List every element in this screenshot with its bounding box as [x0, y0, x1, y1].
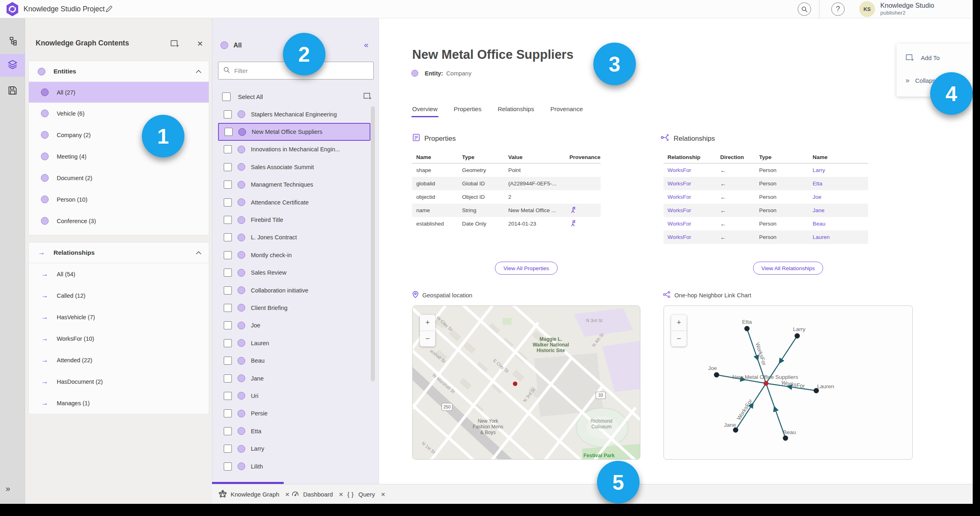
entities-header[interactable]: Entities	[29, 61, 209, 82]
list-item[interactable]: Managment Techniques	[218, 176, 370, 194]
entity-type-row[interactable]: Vehicle (6)	[29, 103, 209, 124]
provenance-flag-icon[interactable]	[569, 206, 601, 215]
tab-properties[interactable]: Properties	[454, 105, 481, 117]
tab-dashboard[interactable]: Dashboard ✕	[291, 484, 343, 504]
node[interactable]	[795, 333, 800, 339]
item-checkbox[interactable]	[224, 286, 232, 295]
relationship-type-row[interactable]: → Attended (22)	[29, 349, 209, 371]
edit-title-icon[interactable]	[105, 5, 113, 14]
close-tab-icon[interactable]: ✕	[381, 491, 385, 498]
link-chart-widget[interactable]: + −	[663, 305, 913, 460]
list-item[interactable]: Attendance Certificate	[218, 194, 370, 211]
expand-rail-icon[interactable]: »	[6, 484, 9, 493]
contents-rail-button[interactable]	[0, 54, 25, 77]
node[interactable]	[745, 326, 750, 331]
zoom-out-button[interactable]: −	[420, 331, 435, 347]
item-checkbox[interactable]	[224, 181, 232, 189]
search-button[interactable]	[798, 2, 811, 16]
list-item[interactable]: Innovations in Mechanical Engin...	[218, 141, 370, 158]
relationship-type-row[interactable]: → All (54)	[29, 263, 209, 285]
item-checkbox[interactable]	[224, 374, 232, 383]
tab-overview[interactable]: Overview	[412, 105, 438, 117]
tab-provenance[interactable]: Provenance	[550, 105, 583, 117]
item-checkbox[interactable]	[224, 445, 232, 453]
close-tab-icon[interactable]: ✕	[285, 491, 290, 498]
list-item[interactable]: Etta	[218, 422, 370, 440]
list-item[interactable]: Joe	[218, 317, 370, 334]
node[interactable]	[733, 428, 738, 433]
item-checkbox[interactable]	[224, 357, 232, 365]
entity-type-row[interactable]: Conference (3)	[29, 210, 209, 232]
list-item[interactable]: Lilith	[218, 458, 370, 475]
select-all-checkbox[interactable]	[222, 92, 231, 101]
list-item[interactable]: Uri	[218, 387, 370, 404]
add-to-menu-item[interactable]: Add To	[905, 53, 939, 63]
relationship-type-row[interactable]: → WorksFor (10)	[29, 328, 209, 349]
add-selection-to-map-icon[interactable]	[363, 91, 372, 102]
zoom-in-button[interactable]: +	[420, 315, 435, 331]
list-item[interactable]: L. Jones Contract	[218, 229, 370, 246]
save-rail-button[interactable]	[0, 80, 25, 103]
list-item[interactable]: Client Briefing	[218, 299, 370, 316]
item-checkbox[interactable]	[225, 128, 233, 136]
collapse-panel-icon[interactable]: «	[364, 40, 368, 49]
relationship-type-row[interactable]: → HasDocument (2)	[29, 371, 209, 392]
list-scrollbar[interactable]	[371, 106, 375, 381]
item-checkbox[interactable]	[224, 233, 232, 241]
item-checkbox[interactable]	[224, 427, 232, 435]
list-item[interactable]: Staplers Mechanical Engineering	[218, 105, 370, 123]
item-checkbox[interactable]	[224, 321, 232, 329]
close-tab-icon[interactable]: ✕	[338, 491, 343, 498]
item-checkbox[interactable]	[224, 269, 232, 277]
tab-knowledge-graph[interactable]: Knowledge Graph ✕	[219, 484, 290, 504]
item-checkbox[interactable]	[224, 339, 232, 347]
add-to-new-map-icon[interactable]	[170, 39, 180, 49]
node[interactable]	[783, 436, 788, 441]
center-node[interactable]	[764, 381, 768, 386]
chevron-up-icon[interactable]	[196, 68, 201, 75]
chevron-up-icon[interactable]	[196, 249, 201, 256]
node[interactable]	[714, 372, 719, 378]
relationship-type-row[interactable]: → Manages (1)	[29, 392, 209, 414]
relationships-header[interactable]: → Relationships	[29, 243, 209, 263]
relationship-type-row[interactable]: → Called (12)	[29, 285, 209, 306]
help-button[interactable]: ?	[831, 2, 845, 16]
view-all-properties-button[interactable]: View All Properties	[495, 262, 557, 275]
list-item[interactable]: Collaboration initiative	[218, 282, 370, 299]
item-checkbox[interactable]	[224, 216, 232, 224]
list-item[interactable]: Firebird Title	[218, 211, 370, 228]
entity-type-row[interactable]: Meeting (4)	[29, 146, 209, 167]
entity-type-row[interactable]: Person (10)	[29, 189, 209, 210]
item-checkbox[interactable]	[224, 251, 232, 259]
view-all-relationships-button[interactable]: View All Relationships	[753, 262, 824, 275]
list-item[interactable]: Larry	[218, 440, 370, 457]
list-item[interactable]: Persie	[218, 405, 370, 422]
tab-query[interactable]: { } Query ✕	[347, 484, 385, 504]
list-item[interactable]: Lauren	[218, 334, 370, 352]
list-item[interactable]: Sales Review	[218, 264, 370, 282]
zoom-in-button[interactable]: +	[671, 315, 687, 331]
map-widget[interactable]: + −	[412, 305, 640, 460]
item-checkbox[interactable]	[224, 392, 232, 400]
entity-type-row[interactable]: Document (2)	[29, 167, 209, 189]
list-item-selected[interactable]: New Metal Office Suppliers	[218, 123, 370, 140]
item-checkbox[interactable]	[224, 198, 232, 206]
provenance-flag-icon[interactable]	[569, 220, 601, 228]
item-checkbox[interactable]	[224, 304, 232, 312]
item-checkbox[interactable]	[224, 110, 232, 118]
list-item[interactable]: Beau	[218, 352, 370, 369]
entity-type-row[interactable]: All (27)	[29, 82, 209, 103]
item-checkbox[interactable]	[224, 409, 232, 417]
list-item[interactable]: Sales Associate Summit	[218, 158, 370, 176]
avatar[interactable]: KS	[859, 1, 875, 17]
close-panel-icon[interactable]: ✕	[197, 39, 203, 48]
list-item[interactable]: Montly check-in	[218, 246, 370, 264]
item-checkbox[interactable]	[224, 145, 232, 153]
data-model-rail-button[interactable]	[0, 30, 25, 53]
zoom-out-button[interactable]: −	[671, 331, 687, 347]
item-checkbox[interactable]	[224, 163, 232, 171]
list-item[interactable]: Jane	[218, 370, 370, 387]
relationship-type-row[interactable]: → HasVehicle (7)	[29, 306, 209, 328]
tab-relationships[interactable]: Relationships	[498, 105, 534, 117]
item-checkbox[interactable]	[224, 462, 232, 471]
